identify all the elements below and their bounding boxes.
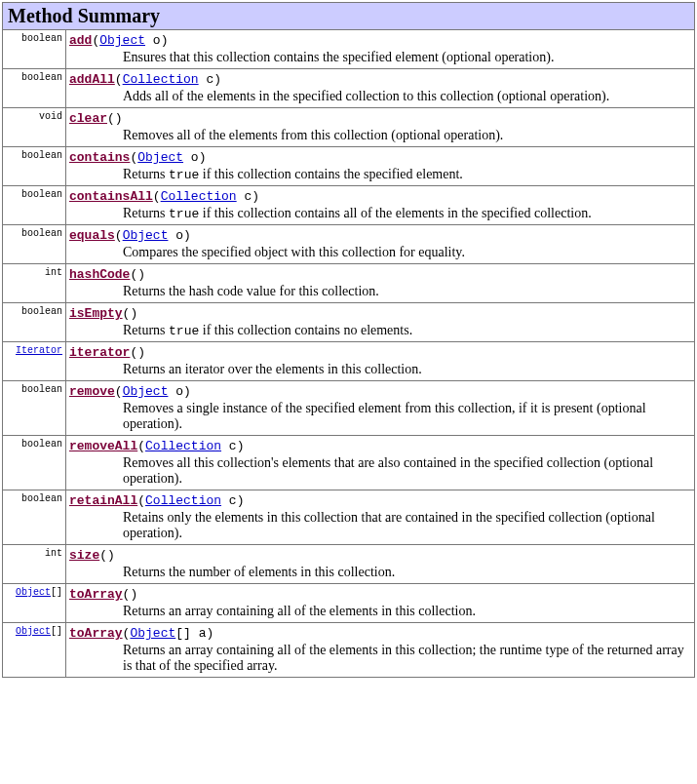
method-description: Returns an array containing all of the e… [69, 641, 691, 674]
method-name-link[interactable]: addAll [69, 72, 115, 87]
method-signature: equals(Object o) [69, 228, 691, 243]
method-row: Object[]toArray()Returns an array contai… [3, 584, 695, 623]
close-paren: ) [199, 150, 207, 165]
desc-text-post: if this collection contains all of the e… [199, 206, 591, 220]
return-type-text: boolean [21, 72, 62, 83]
open-paren: ( [115, 384, 123, 399]
close-paren: ) [183, 384, 191, 399]
method-cell: isEmpty()Returns true if this collection… [66, 303, 695, 342]
method-cell: toArray(Object[] a)Returns an array cont… [66, 623, 695, 678]
method-description: Returns true if this collection contains… [69, 165, 691, 182]
method-cell: contains(Object o)Returns true if this c… [66, 147, 695, 186]
desc-text: Ensures that this collection contains th… [123, 50, 554, 64]
close-paren: ) [252, 189, 259, 204]
param-name: c [237, 189, 252, 204]
desc-text: Removes all of the elements from this co… [123, 128, 503, 142]
desc-text: Returns an iterator over the elements in… [123, 362, 422, 376]
return-type-suffix: [] [51, 587, 62, 598]
return-type-text: boolean [21, 384, 62, 395]
method-name-link[interactable]: removeAll [69, 439, 137, 453]
method-description: Returns true if this collection contains… [69, 204, 691, 221]
param-type-link[interactable]: Collection [145, 493, 221, 508]
return-type: Object[] [3, 584, 66, 623]
return-type: boolean [3, 69, 66, 108]
return-type-link[interactable]: Object [16, 626, 51, 637]
method-description: Returns the number of elements in this c… [69, 563, 691, 580]
method-cell: containsAll(Collection c)Returns true if… [66, 186, 695, 225]
close-paren: ) [130, 306, 137, 321]
return-type: boolean [3, 186, 66, 225]
param-type-link[interactable]: Collection [145, 439, 221, 453]
method-cell: addAll(Collection c)Adds all of the elem… [66, 69, 695, 108]
method-name-link[interactable]: isEmpty [69, 306, 123, 321]
method-description: Adds all of the elements in the specifie… [69, 87, 691, 104]
param-type-suffix: [] [175, 626, 191, 641]
param-name: o [168, 228, 183, 243]
desc-text: Removes a single instance of the specifi… [123, 401, 646, 431]
method-name-link[interactable]: toArray [69, 587, 123, 602]
method-name-link[interactable]: clear [69, 111, 107, 126]
method-description: Compares the specified object with this … [69, 243, 691, 260]
desc-text: Returns an array containing all of the e… [123, 643, 684, 673]
return-type-link[interactable]: Iterator [16, 345, 62, 356]
method-name-link[interactable]: add [69, 33, 92, 48]
desc-text: Returns [123, 323, 169, 337]
return-type-text: boolean [21, 228, 62, 239]
close-paren: ) [130, 587, 137, 602]
return-type-text: boolean [21, 306, 62, 317]
method-name-link[interactable]: containsAll [69, 189, 153, 204]
param-type-link[interactable]: Object [137, 150, 183, 165]
method-description: Returns the hash code value for this col… [69, 282, 691, 299]
close-paren: ) [161, 33, 169, 48]
return-type-text: boolean [21, 493, 62, 504]
param-type-link[interactable]: Object [123, 384, 169, 399]
method-name-link[interactable]: equals [69, 228, 115, 243]
method-description: Retains only the elements in this collec… [69, 508, 691, 541]
return-type-text: int [45, 548, 62, 559]
method-signature: hashCode() [69, 267, 691, 282]
return-type-link[interactable]: Object [16, 587, 51, 598]
close-paren: ) [137, 345, 145, 360]
method-description: Returns an array containing all of the e… [69, 602, 691, 619]
method-signature: removeAll(Collection c) [69, 439, 691, 453]
method-name-link[interactable]: hashCode [69, 267, 130, 282]
return-type: boolean [3, 490, 66, 545]
desc-text: Returns an array containing all of the e… [123, 604, 476, 618]
param-type-link[interactable]: Collection [161, 189, 237, 204]
close-paren: ) [206, 626, 213, 641]
return-type-text: boolean [21, 439, 62, 450]
method-row: booleanaddAll(Collection c)Adds all of t… [3, 69, 695, 108]
param-name: a [191, 626, 207, 641]
return-type-text: void [39, 111, 62, 122]
method-description: Returns an iterator over the elements in… [69, 360, 691, 377]
method-name-link[interactable]: contains [69, 150, 130, 165]
param-name: o [145, 33, 161, 48]
param-type-link[interactable]: Object [130, 626, 175, 641]
param-type-link[interactable]: Object [123, 228, 169, 243]
method-cell: add(Object o)Ensures that this collectio… [66, 30, 695, 69]
return-type: Object[] [3, 623, 66, 678]
method-name-link[interactable]: toArray [69, 626, 123, 641]
method-cell: toArray()Returns an array containing all… [66, 584, 695, 623]
close-paren: ) [237, 439, 245, 453]
method-signature: addAll(Collection c) [69, 72, 691, 87]
param-type-link[interactable]: Collection [123, 72, 199, 87]
open-paren: ( [115, 72, 123, 87]
param-name: o [168, 384, 183, 399]
method-name-link[interactable]: iterator [69, 345, 130, 360]
method-row: voidclear()Removes all of the elements f… [3, 108, 695, 147]
method-row: Object[]toArray(Object[] a)Returns an ar… [3, 623, 695, 678]
param-type-link[interactable]: Object [99, 33, 145, 48]
method-name-link[interactable]: retainAll [69, 493, 137, 508]
method-summary-table: Method Summarybooleanadd(Object o)Ensure… [2, 2, 695, 678]
method-signature: retainAll(Collection c) [69, 493, 691, 508]
method-cell: clear()Removes all of the elements from … [66, 108, 695, 147]
method-name-link[interactable]: size [69, 548, 99, 563]
desc-text-post: if this collection contains no elements. [199, 323, 412, 337]
method-name-link[interactable]: remove [69, 384, 115, 399]
return-type: int [3, 264, 66, 303]
param-name: c [221, 439, 237, 453]
method-cell: equals(Object o)Compares the specified o… [66, 225, 695, 264]
close-paren: ) [237, 493, 245, 508]
method-cell: remove(Object o)Removes a single instanc… [66, 381, 695, 436]
